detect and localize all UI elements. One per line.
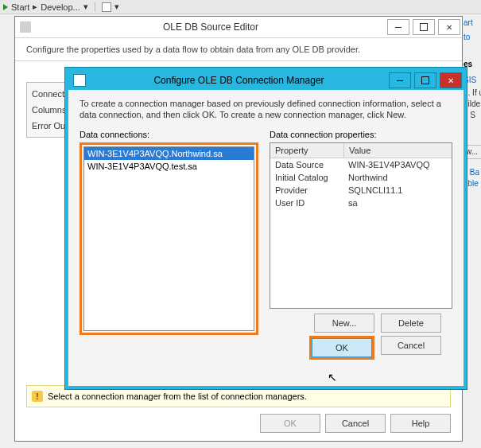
source-description: Configure the properties used by a data … (15, 38, 462, 61)
toolbar-box-icon (102, 2, 111, 12)
config-titlebar[interactable]: Configure OLE DB Connection Manager (68, 71, 464, 90)
maximize-button[interactable] (414, 72, 436, 88)
warning-icon: ! (32, 391, 43, 402)
develop-label[interactable]: Develop... (41, 2, 80, 12)
window-icon (73, 74, 86, 87)
data-connections-label: Data connections: (80, 130, 258, 139)
property-row: ProviderSQLNCLI11.1 (270, 184, 452, 197)
ok-button-highlight: OK (309, 336, 374, 360)
config-title: Configure OLE DB Connection Manager (91, 75, 387, 86)
source-help-button[interactable]: Help (390, 414, 451, 433)
start-label[interactable]: Start (11, 2, 29, 12)
data-connections-listbox[interactable]: WIN-3E1V4P3AVQQ.Northwind.sa WIN-3E1V4P3… (83, 146, 254, 331)
desktop-root: Start ▸ Develop... ▾ ▾ art to es SIS d. … (0, 0, 481, 448)
source-title: OLE DB Source Editor (36, 21, 386, 33)
close-button[interactable] (438, 19, 460, 35)
source-ok-button: OK (260, 414, 320, 433)
property-row: User IDsa (270, 197, 452, 209)
properties-grid[interactable]: Property Value Data SourceWIN-3E1V4P3AVQ… (270, 142, 452, 309)
window-icon (20, 21, 31, 33)
minimize-button[interactable] (389, 72, 411, 88)
prop-header-property[interactable]: Property (270, 143, 344, 158)
connection-properties-label: Data connection properties: (270, 130, 452, 139)
source-cancel-button[interactable]: Cancel (325, 414, 386, 433)
connection-item[interactable]: WIN-3E1V4P3AVQQ.test.sa (84, 160, 254, 173)
vs-toolbar-fragment: Start ▸ Develop... ▾ ▾ (0, 0, 481, 14)
new-connection-button[interactable]: New... (314, 314, 374, 333)
config-cancel-button[interactable]: Cancel (381, 336, 441, 355)
config-ok-button[interactable]: OK (312, 338, 372, 357)
data-connections-highlight: WIN-3E1V4P3AVQQ.Northwind.sa WIN-3E1V4P3… (80, 142, 258, 335)
prop-header-value[interactable]: Value (344, 143, 375, 158)
configure-connection-manager-window: Configure OLE DB Connection Manager To c… (65, 68, 467, 389)
play-icon (3, 4, 8, 10)
config-description: To create a connection manager based on … (68, 90, 464, 130)
close-button[interactable] (440, 72, 462, 88)
property-row: Data SourceWIN-3E1V4P3AVQQ (270, 158, 452, 171)
warning-text: Select a connection manager from the lis… (48, 392, 307, 401)
source-titlebar[interactable]: OLE DB Source Editor (15, 17, 462, 38)
minimize-button[interactable] (387, 19, 409, 35)
maximize-button[interactable] (413, 19, 435, 35)
property-row: Initial CatalogNorthwind (270, 171, 452, 184)
connection-item-selected[interactable]: WIN-3E1V4P3AVQQ.Northwind.sa (84, 147, 254, 160)
delete-connection-button[interactable]: Delete (381, 314, 441, 333)
